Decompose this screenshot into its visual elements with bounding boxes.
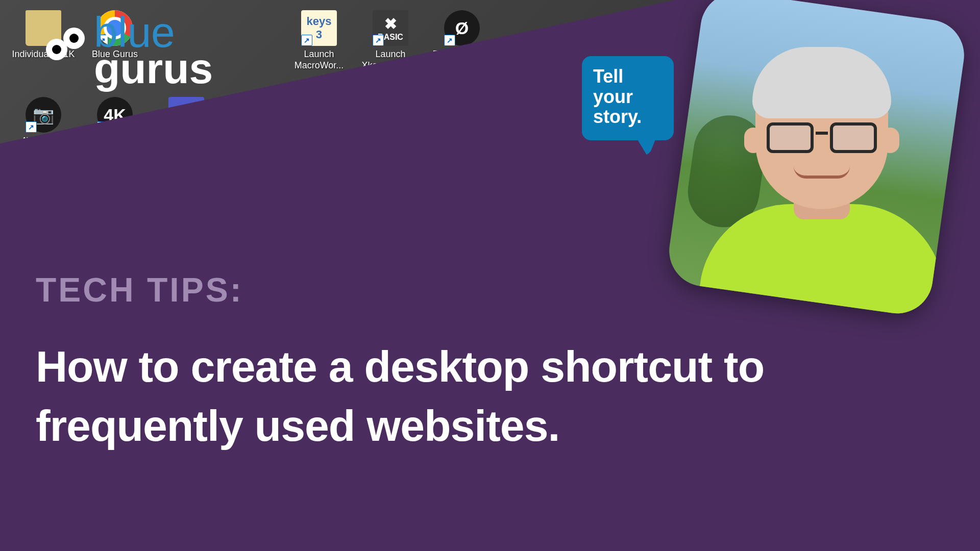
badge-line2: your (593, 86, 633, 107)
badge-line3: story. (593, 106, 642, 127)
avermedia-icon: 📷↗ (26, 97, 61, 133)
tell-your-story-badge: Tell your story. (582, 56, 674, 140)
icon-label: Launch MacroWor... (286, 49, 352, 71)
xkeys-icon: ✖BASIC↗ (373, 10, 408, 46)
macroworks-icon: keys3↗ (301, 10, 337, 46)
brand-logo: blue gurus (46, 14, 213, 87)
subtitle-text: TECH TIPS: (36, 270, 243, 309)
logo-text: blue gurus (94, 14, 213, 87)
shortcut-arrow-icon: ↗ (444, 35, 455, 46)
desktop-icon-launch-macroworks[interactable]: keys3↗ Launch MacroWor... (286, 10, 352, 71)
headline-text: How to create a desktop shortcut to freq… (36, 337, 903, 455)
shortcut-arrow-icon: ↗ (301, 35, 312, 46)
shortcut-arrow-icon: ↗ (26, 121, 37, 133)
presenter-headshot (665, 0, 969, 318)
shortcut-arrow-icon: ↗ (373, 35, 384, 46)
badge-line1: Tell (593, 66, 623, 87)
logo-eyes-icon (46, 28, 92, 73)
rode-icon: Ø↗ (444, 10, 480, 46)
logo-line2: gurus (94, 51, 213, 87)
